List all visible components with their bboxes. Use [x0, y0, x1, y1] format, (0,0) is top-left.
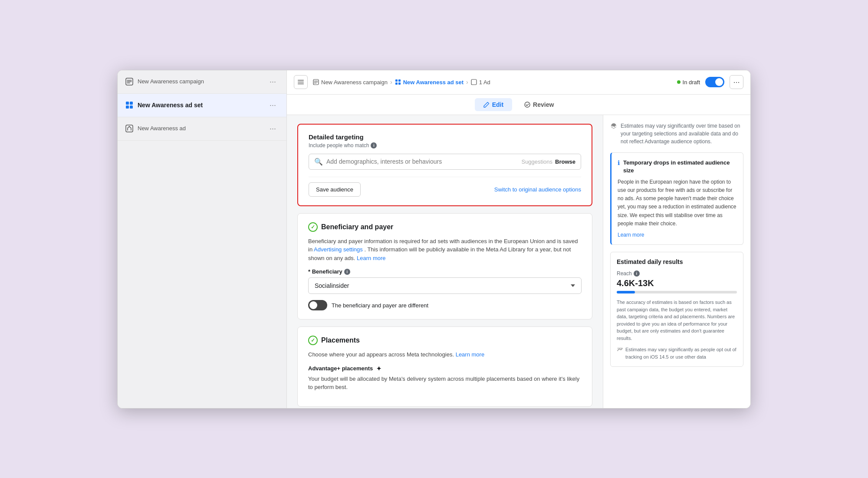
payer-different-toggle[interactable]: [308, 300, 327, 310]
targeting-card-footer: Save audience Switch to original audienc…: [309, 177, 581, 197]
publish-toggle[interactable]: [705, 77, 724, 87]
sidebar-item-campaign[interactable]: New Awareness campaign ···: [118, 70, 286, 94]
targeting-search-box[interactable]: 🔍 Suggestions Browse: [309, 154, 581, 170]
targeting-info-icon[interactable]: i: [371, 142, 377, 148]
placements-learn-more-link[interactable]: Learn more: [456, 351, 484, 358]
suggestions-label: Suggestions: [521, 158, 552, 165]
estimated-results-card: Estimated daily results Reach i 4.6K-13K…: [610, 252, 743, 367]
breadcrumb-ad-icon: [471, 79, 477, 85]
breadcrumb-ad[interactable]: 1 Ad: [471, 79, 490, 86]
breadcrumb-campaign-label: New Awareness campaign: [321, 79, 388, 86]
review-tab[interactable]: Review: [516, 98, 562, 111]
breadcrumb-sep-1: ›: [390, 79, 392, 86]
breadcrumb-adset-icon: [395, 79, 401, 85]
estimate-note-container: Estimates may vary significantly over ti…: [610, 122, 743, 145]
subtitle-text: Include people who match: [309, 142, 369, 148]
detailed-targeting-subtitle: Include people who match i: [309, 142, 581, 148]
blue-card-header: ℹ Temporary drops in estimated audience …: [618, 159, 737, 175]
svg-rect-3: [126, 105, 129, 109]
sidebar-item-ad[interactable]: New Awareness ad ···: [118, 117, 286, 141]
save-audience-button[interactable]: Save audience: [309, 182, 361, 197]
breadcrumb-adset[interactable]: New Awareness ad set: [395, 79, 464, 86]
temporary-drops-card: ℹ Temporary drops in estimated audience …: [610, 152, 743, 245]
beneficiary-info-icon[interactable]: i: [344, 269, 350, 275]
campaign-more-button[interactable]: ···: [267, 76, 279, 87]
sidebar-adset-left: New Awareness ad set: [125, 101, 203, 109]
blue-card-text: People in the European region have the o…: [618, 178, 737, 228]
adset-icon: [125, 101, 133, 109]
switch-audience-link[interactable]: Switch to original audience options: [494, 186, 581, 193]
breadcrumb-campaign[interactable]: New Awareness campaign: [313, 79, 388, 86]
blue-card-learn-more[interactable]: Learn more: [618, 232, 644, 238]
advantage-desc: Your budget will be allocated by Meta's …: [308, 375, 582, 392]
beneficiary-learn-more-link[interactable]: Learn more: [357, 255, 385, 261]
svg-rect-13: [398, 82, 401, 85]
advertising-settings-link[interactable]: Advertising settings: [314, 246, 363, 253]
search-icon: 🔍: [314, 158, 323, 166]
campaign-icon: [125, 78, 133, 86]
edit-tab[interactable]: Edit: [475, 98, 512, 111]
svg-rect-2: [130, 102, 133, 105]
detailed-targeting-card: Detailed targeting Include people who ma…: [297, 124, 592, 206]
main-panel: New Awareness campaign › New Awareness a…: [287, 70, 750, 408]
svg-rect-10: [395, 79, 398, 82]
beneficiary-title: Beneficiary and payer: [321, 223, 393, 231]
reach-label: Reach i: [617, 270, 737, 277]
content-area: Detailed targeting Include people who ma…: [287, 115, 750, 408]
beneficiary-field-label: * Beneficiary i: [308, 268, 582, 275]
svg-rect-8: [298, 84, 304, 85]
advantage-placements-label: Advantage+ placements ✦: [308, 365, 582, 372]
adset-more-button[interactable]: ···: [267, 100, 279, 111]
app-window: New Awareness campaign ··· New Awareness…: [117, 70, 751, 409]
beneficiary-description: Beneficiary and payer information is req…: [308, 237, 582, 263]
payer-toggle-row: The beneficiary and payer are different: [308, 300, 582, 310]
status-label: In draft: [683, 79, 700, 86]
placements-title: Placements: [321, 336, 360, 344]
status-dot: [677, 80, 681, 84]
sidebar-item-adset[interactable]: New Awareness ad set ···: [118, 94, 286, 117]
breadcrumb: New Awareness campaign › New Awareness a…: [313, 79, 677, 86]
advantage-plus-icon: ✦: [376, 365, 381, 372]
svg-rect-14: [471, 79, 477, 85]
payer-toggle-label: The beneficiary and payer are different: [332, 302, 428, 309]
detailed-targeting-title: Detailed targeting: [309, 133, 581, 141]
toggle-sidebar-button[interactable]: [294, 75, 308, 89]
adset-label: New Awareness ad set: [138, 101, 203, 109]
beneficiary-select[interactable]: Socialinsider: [308, 277, 582, 294]
reach-bar-fill: [617, 291, 635, 293]
right-sidebar: Estimates may vary significantly over ti…: [603, 115, 750, 408]
estimated-note: The accuracy of estimates is based on fa…: [617, 299, 737, 342]
beneficiary-payer-card: ✓ Beneficiary and payer Beneficiary and …: [297, 213, 592, 320]
svg-rect-12: [395, 82, 398, 85]
placements-description: Choose where your ad appears across Meta…: [308, 350, 582, 359]
breadcrumb-adset-label: New Awareness ad set: [403, 79, 464, 86]
blue-card-info-icon: ℹ: [618, 159, 620, 166]
sidebar: New Awareness campaign ··· New Awareness…: [118, 70, 287, 408]
main-scroll: Detailed targeting Include people who ma…: [287, 115, 603, 408]
beneficiary-check-icon: ✓: [308, 222, 318, 232]
est-footer-text: Estimates may vary significantly as peop…: [625, 346, 737, 360]
sidebar-item-left: New Awareness campaign: [125, 78, 204, 86]
breadcrumb-ad-label: 1 Ad: [479, 79, 490, 86]
targeting-search-input[interactable]: [326, 158, 518, 165]
edit-icon: [483, 102, 490, 108]
reach-bar-bg: [617, 291, 737, 293]
svg-rect-6: [298, 80, 304, 81]
more-options-button[interactable]: ···: [730, 75, 743, 89]
blue-card-title: Temporary drops in estimated audience si…: [623, 159, 737, 175]
breadcrumb-campaign-icon: [313, 79, 319, 85]
nav-right: In draft ···: [677, 75, 743, 89]
placements-desc-text: Choose where your ad appears across Meta…: [308, 351, 454, 358]
reach-info-icon[interactable]: i: [634, 270, 640, 277]
breadcrumb-sep-2: ›: [466, 79, 468, 86]
browse-button[interactable]: Browse: [555, 158, 575, 165]
svg-rect-11: [398, 79, 401, 82]
beneficiary-header: ✓ Beneficiary and payer: [308, 222, 582, 232]
svg-rect-4: [130, 105, 133, 109]
edit-review-bar: Edit Review: [287, 95, 750, 115]
edit-tab-label: Edit: [492, 101, 503, 108]
ad-more-button[interactable]: ···: [267, 123, 279, 134]
search-actions: Suggestions Browse: [521, 158, 575, 165]
estimate-note-text: Estimates may vary significantly over ti…: [621, 122, 743, 145]
beneficiary-label-text: * Beneficiary: [308, 268, 342, 275]
